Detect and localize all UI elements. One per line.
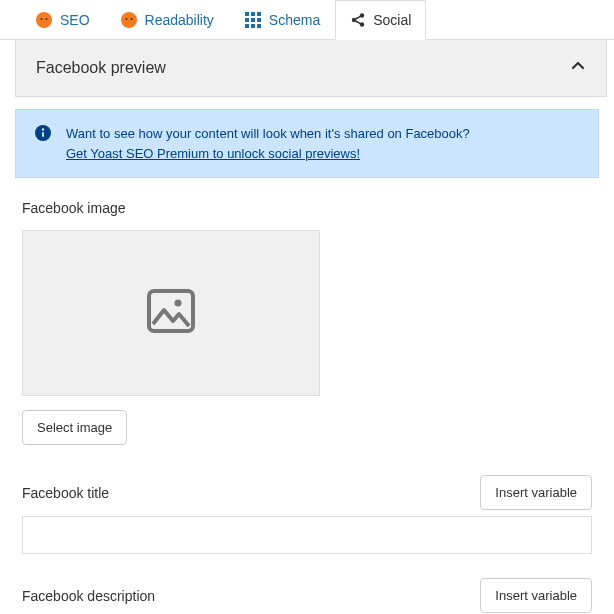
tab-schema-label: Schema xyxy=(269,12,320,28)
tab-seo-label: SEO xyxy=(60,12,90,28)
readability-icon xyxy=(120,11,138,29)
premium-notice: Want to see how your content will look w… xyxy=(15,109,599,178)
svg-point-1 xyxy=(41,18,43,20)
svg-rect-12 xyxy=(245,24,249,28)
facebook-title-label: Facebook title xyxy=(22,485,109,501)
svg-rect-14 xyxy=(257,24,261,28)
content: Want to see how your content will look w… xyxy=(0,109,614,613)
svg-rect-6 xyxy=(245,12,249,16)
svg-point-4 xyxy=(125,18,127,20)
premium-link[interactable]: Get Yoast SEO Premium to unlock social p… xyxy=(66,146,360,161)
svg-rect-7 xyxy=(251,12,255,16)
insert-variable-title-button[interactable]: Insert variable xyxy=(480,475,592,510)
svg-point-24 xyxy=(175,300,182,307)
facebook-title-input[interactable] xyxy=(22,516,592,554)
panel-header[interactable]: Facebook preview xyxy=(15,40,607,97)
share-icon xyxy=(350,12,366,28)
tab-social-label: Social xyxy=(373,12,411,28)
image-icon xyxy=(146,288,196,338)
tab-readability[interactable]: Readability xyxy=(105,0,229,39)
schema-icon xyxy=(244,11,262,29)
svg-point-3 xyxy=(121,12,137,28)
insert-variable-description-button[interactable]: Insert variable xyxy=(480,578,592,613)
tab-schema[interactable]: Schema xyxy=(229,0,335,39)
tab-social[interactable]: Social xyxy=(335,0,426,40)
svg-rect-22 xyxy=(42,132,44,137)
svg-point-5 xyxy=(130,18,132,20)
notice-message: Want to see how your content will look w… xyxy=(66,126,470,141)
tab-readability-label: Readability xyxy=(145,12,214,28)
info-icon xyxy=(34,124,52,146)
svg-rect-8 xyxy=(257,12,261,16)
notice-text: Want to see how your content will look w… xyxy=(66,124,470,163)
seo-icon xyxy=(35,11,53,29)
tab-seo[interactable]: SEO xyxy=(20,0,105,39)
tabs: SEO Readability Schema Social xyxy=(0,0,614,40)
svg-point-21 xyxy=(42,128,44,130)
panel-title: Facebook preview xyxy=(36,59,166,77)
svg-line-19 xyxy=(356,21,361,24)
select-image-button[interactable]: Select image xyxy=(22,410,127,445)
image-placeholder[interactable] xyxy=(22,230,320,396)
svg-rect-13 xyxy=(251,24,255,28)
svg-rect-11 xyxy=(257,18,261,22)
facebook-image-label: Facebook image xyxy=(22,200,592,216)
facebook-description-label: Facebook description xyxy=(22,588,155,604)
chevron-up-icon xyxy=(570,58,586,78)
svg-rect-9 xyxy=(245,18,249,22)
svg-rect-10 xyxy=(251,18,255,22)
svg-line-18 xyxy=(356,16,361,19)
svg-point-0 xyxy=(36,12,52,28)
svg-point-2 xyxy=(46,18,48,20)
